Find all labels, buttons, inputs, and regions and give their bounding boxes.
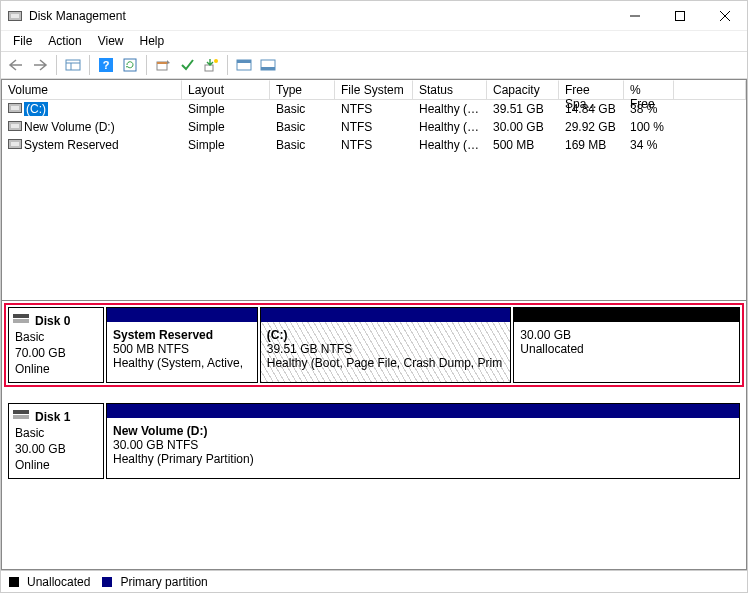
volume-pct: 100 % — [624, 120, 674, 134]
legend-unallocated: Unallocated — [27, 575, 90, 589]
disk-size: 70.00 GB — [15, 346, 97, 360]
menu-file[interactable]: File — [5, 32, 40, 50]
back-button[interactable] — [5, 54, 27, 76]
volume-layout: Simple — [182, 102, 270, 116]
partition-bar — [107, 308, 257, 322]
view-bottom-button[interactable] — [257, 54, 279, 76]
disk-row: Disk 1Basic30.00 GBOnlineNew Volume (D:)… — [4, 399, 744, 483]
partition-title: (C:) — [267, 328, 505, 342]
volume-row[interactable]: New Volume (D:)SimpleBasicNTFSHealthy (P… — [2, 118, 746, 136]
view-top-button[interactable] — [233, 54, 255, 76]
volume-list-header: Volume Layout Type File System Status Ca… — [2, 80, 746, 100]
volume-icon — [8, 139, 22, 149]
volume-icon — [8, 121, 22, 131]
col-freespace[interactable]: Free Spa... — [559, 80, 624, 100]
legend: Unallocated Primary partition — [1, 570, 747, 592]
volume-fs: NTFS — [335, 120, 413, 134]
refresh-button[interactable] — [119, 54, 141, 76]
col-capacity[interactable]: Capacity — [487, 80, 559, 100]
volume-free: 169 MB — [559, 138, 624, 152]
maximize-button[interactable] — [657, 1, 702, 30]
menu-view[interactable]: View — [90, 32, 132, 50]
partition-bar — [261, 308, 511, 322]
col-layout[interactable]: Layout — [182, 80, 270, 100]
volume-icon — [8, 103, 22, 113]
show-hide-tree-button[interactable] — [62, 54, 84, 76]
volume-name: New Volume (D:) — [24, 120, 115, 134]
disk-type: Basic — [15, 426, 97, 440]
partition[interactable]: System Reserved500 MB NTFSHealthy (Syste… — [106, 307, 258, 383]
disk-type: Basic — [15, 330, 97, 344]
legend-primary: Primary partition — [120, 575, 207, 589]
menu-help[interactable]: Help — [132, 32, 173, 50]
disk-name: Disk 1 — [35, 410, 97, 424]
svg-rect-17 — [261, 67, 275, 70]
svg-rect-9 — [124, 59, 136, 71]
partition-size: 500 MB NTFS — [113, 342, 251, 356]
partition-size: 30.00 GB NTFS — [113, 438, 733, 452]
disk-state: Online — [15, 362, 97, 376]
col-volume[interactable]: Volume — [2, 80, 182, 100]
disk-info[interactable]: Disk 0Basic70.00 GBOnline — [8, 307, 104, 383]
svg-rect-4 — [66, 60, 80, 70]
disk-name: Disk 0 — [35, 314, 97, 328]
legend-swatch-unallocated — [9, 577, 19, 587]
disk-row: Disk 0Basic70.00 GBOnlineSystem Reserved… — [4, 303, 744, 387]
disk-size: 30.00 GB — [15, 442, 97, 456]
disk-state: Online — [15, 458, 97, 472]
partition-status: Healthy (System, Active, — [113, 356, 251, 370]
partition[interactable]: (C:)39.51 GB NTFSHealthy (Boot, Page Fil… — [260, 307, 512, 383]
apply-button[interactable] — [176, 54, 198, 76]
volume-fs: NTFS — [335, 138, 413, 152]
volume-layout: Simple — [182, 138, 270, 152]
volume-capacity: 30.00 GB — [487, 120, 559, 134]
col-spacer — [674, 80, 746, 100]
partition-status: Healthy (Boot, Page File, Crash Dump, Pr… — [267, 356, 505, 370]
svg-rect-12 — [205, 65, 213, 71]
close-button[interactable] — [702, 1, 747, 30]
volume-row[interactable]: System ReservedSimpleBasicNTFSHealthy (S… — [2, 136, 746, 154]
partition-status: Healthy (Primary Partition) — [113, 452, 733, 466]
disk-mgmt-icon — [7, 8, 23, 24]
disk-diagram-pane: Disk 0Basic70.00 GBOnlineSystem Reserved… — [1, 300, 747, 570]
toolbar: ? — [1, 51, 747, 79]
svg-rect-1 — [675, 11, 684, 20]
partition-bar — [107, 404, 739, 418]
partition-size: 39.51 GB NTFS — [267, 342, 505, 356]
volume-capacity: 500 MB — [487, 138, 559, 152]
volume-free: 29.92 GB — [559, 120, 624, 134]
partition-title: System Reserved — [113, 328, 251, 342]
forward-button[interactable] — [29, 54, 51, 76]
svg-rect-15 — [237, 60, 251, 63]
help-button[interactable]: ? — [95, 54, 117, 76]
volume-name: System Reserved — [24, 138, 119, 152]
action-button[interactable] — [200, 54, 222, 76]
minimize-button[interactable] — [612, 1, 657, 30]
col-type[interactable]: Type — [270, 80, 335, 100]
volume-type: Basic — [270, 102, 335, 116]
volume-pct: 34 % — [624, 138, 674, 152]
disk-info[interactable]: Disk 1Basic30.00 GBOnline — [8, 403, 104, 479]
svg-text:?: ? — [103, 59, 110, 71]
col-filesystem[interactable]: File System — [335, 80, 413, 100]
volume-name: (C:) — [24, 102, 48, 116]
titlebar: Disk Management — [1, 1, 747, 31]
partition[interactable]: New Volume (D:)30.00 GB NTFSHealthy (Pri… — [106, 403, 740, 479]
partition-size: 30.00 GB — [520, 328, 733, 342]
partition-unallocated[interactable]: 30.00 GBUnallocated — [513, 307, 740, 383]
window-title: Disk Management — [29, 9, 612, 23]
settings-button[interactable] — [152, 54, 174, 76]
legend-swatch-primary — [102, 577, 112, 587]
volume-capacity: 39.51 GB — [487, 102, 559, 116]
col-pctfree[interactable]: % Free — [624, 80, 674, 100]
menu-action[interactable]: Action — [40, 32, 89, 50]
volume-fs: NTFS — [335, 102, 413, 116]
svg-point-13 — [214, 59, 218, 63]
volume-status: Healthy (S... — [413, 138, 487, 152]
volume-status: Healthy (B... — [413, 102, 487, 116]
col-status[interactable]: Status — [413, 80, 487, 100]
svg-rect-11 — [157, 62, 167, 64]
partition-title: New Volume (D:) — [113, 424, 733, 438]
partition-status: Unallocated — [520, 342, 733, 356]
volume-type: Basic — [270, 120, 335, 134]
